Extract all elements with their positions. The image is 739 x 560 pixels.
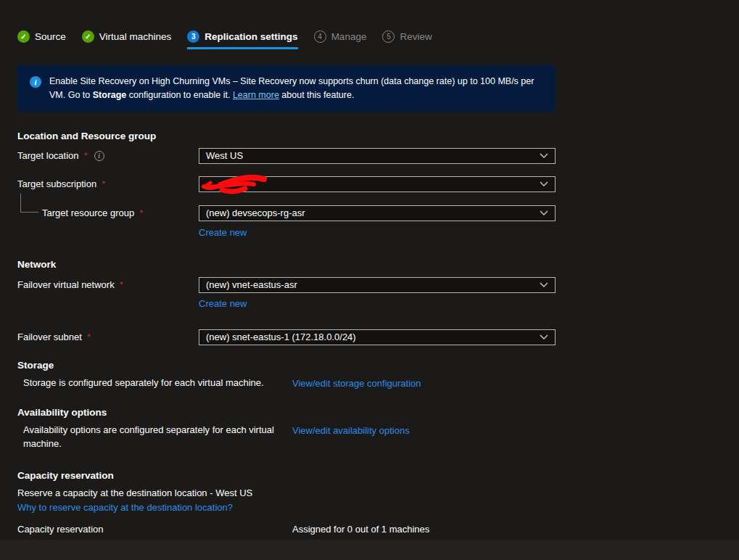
step-5-circle-icon: 5 (382, 30, 395, 43)
step-3-circle-icon: 3 (187, 30, 199, 43)
tab-manage[interactable]: 4 Manage (314, 30, 367, 49)
capacity-description: Reserve a capacity at the destination lo… (17, 487, 556, 501)
failover-vnet-row: Failover virtual network* (new) vnet-eas… (17, 277, 556, 293)
target-subscription-row: Target subscription* (17, 176, 556, 192)
availability-section-heading: Availability options (17, 407, 556, 418)
target-resource-group-label: Target resource group (42, 207, 134, 218)
failover-vnet-dropdown[interactable]: (new) vnet-eastus-asr (199, 277, 556, 293)
tab-review-label: Review (400, 31, 432, 42)
capacity-reservation-label: Capacity reservation (17, 523, 292, 537)
tab-virtual-machines-label: Virtual machines (99, 31, 172, 42)
target-subscription-label-wrap: Target subscription* (17, 178, 199, 189)
capacity-assigned-text: Assigned for 0 out of 1 machines (292, 523, 512, 537)
tab-manage-label: Manage (331, 31, 367, 42)
banner-storage-bold: Storage (93, 90, 127, 100)
target-subscription-label: Target subscription (17, 178, 96, 189)
target-resource-group-dropdown[interactable]: (new) devsecops-rg-asr (199, 205, 556, 221)
failover-vnet-label: Failover virtual network (17, 279, 115, 290)
why-reserve-capacity-link[interactable]: Why to reserve capacity at the destinati… (17, 502, 233, 513)
banner-text-middle: configuration to enable it. (126, 90, 233, 100)
chevron-down-icon (540, 181, 548, 186)
required-marker: * (87, 332, 91, 342)
tab-source-label: Source (35, 31, 66, 42)
wizard-steps: ✓ Source ✓ Virtual machines 3 Replicatio… (17, 30, 556, 49)
info-banner: i Enable Site Recovery on High Churning … (17, 65, 556, 112)
chevron-down-icon (540, 282, 548, 287)
tab-virtual-machines[interactable]: ✓ Virtual machines (82, 30, 172, 49)
storage-section-heading: Storage (17, 360, 556, 371)
required-marker: * (139, 207, 143, 218)
failover-subnet-value: (new) snet-eastus-1 (172.18.0.0/24) (206, 332, 356, 342)
availability-description: Availability options are configured sepa… (23, 424, 292, 451)
tab-review[interactable]: 5 Review (382, 30, 432, 49)
chevron-down-icon (540, 210, 548, 215)
required-marker: * (84, 150, 88, 161)
step-4-circle-icon: 4 (314, 30, 326, 43)
check-circle-icon: ✓ (82, 30, 94, 43)
tab-source[interactable]: ✓ Source (17, 30, 66, 49)
target-location-row: Target location* i West US (17, 148, 556, 164)
availability-row: Availability options are configured sepa… (17, 424, 556, 451)
target-resource-group-value: (new) devsecops-rg-asr (206, 207, 305, 218)
footer-band (0, 540, 739, 560)
storage-row: Storage is configured separately for eac… (17, 376, 556, 390)
target-location-label: Target location (17, 150, 79, 161)
chevron-down-icon (540, 334, 548, 339)
target-resource-group-row: Target resource group* (new) devsecops-r… (17, 205, 556, 221)
failover-vnet-label-wrap: Failover virtual network* (17, 279, 199, 290)
target-subscription-dropdown[interactable] (199, 176, 556, 192)
network-section-heading: Network (17, 259, 556, 270)
tab-replication-settings[interactable]: 3 Replication settings (187, 30, 297, 49)
target-location-label-wrap: Target location* i (17, 150, 199, 161)
failover-vnet-value: (new) vnet-eastus-asr (206, 279, 297, 290)
target-resource-group-label-wrap: Target resource group* (17, 207, 199, 218)
hierarchy-connector-line (20, 194, 38, 213)
replication-settings-page: ✓ Source ✓ Virtual machines 3 Replicatio… (0, 0, 573, 552)
storage-description: Storage is configured separately for eac… (23, 376, 292, 390)
target-location-dropdown[interactable]: West US (199, 148, 556, 164)
view-edit-availability-link[interactable]: View/edit availability options (292, 425, 410, 436)
info-icon[interactable]: i (94, 151, 104, 161)
failover-subnet-label: Failover subnet (17, 332, 82, 342)
target-location-value: West US (206, 150, 243, 161)
view-edit-storage-link[interactable]: View/edit storage configuration (292, 378, 421, 389)
chevron-down-icon (540, 153, 548, 158)
required-marker: * (102, 178, 105, 189)
failover-subnet-dropdown[interactable]: (new) snet-eastus-1 (172.18.0.0/24) (199, 329, 556, 345)
location-section-heading: Location and Resource group (17, 131, 556, 141)
create-new-vnet-link[interactable]: Create new (199, 298, 247, 309)
banner-text-after: about this feature. (279, 90, 355, 100)
failover-subnet-label-wrap: Failover subnet* (17, 332, 199, 342)
required-marker: * (120, 279, 123, 290)
failover-subnet-row: Failover subnet* (new) snet-eastus-1 (17… (17, 329, 556, 345)
learn-more-link[interactable]: Learn more (233, 90, 279, 100)
check-circle-icon: ✓ (17, 30, 30, 43)
capacity-section-heading: Capacity reservation (17, 470, 556, 481)
info-icon: i (30, 76, 41, 88)
tab-replication-settings-label: Replication settings (205, 31, 297, 42)
create-new-resource-group-link[interactable]: Create new (199, 227, 247, 238)
